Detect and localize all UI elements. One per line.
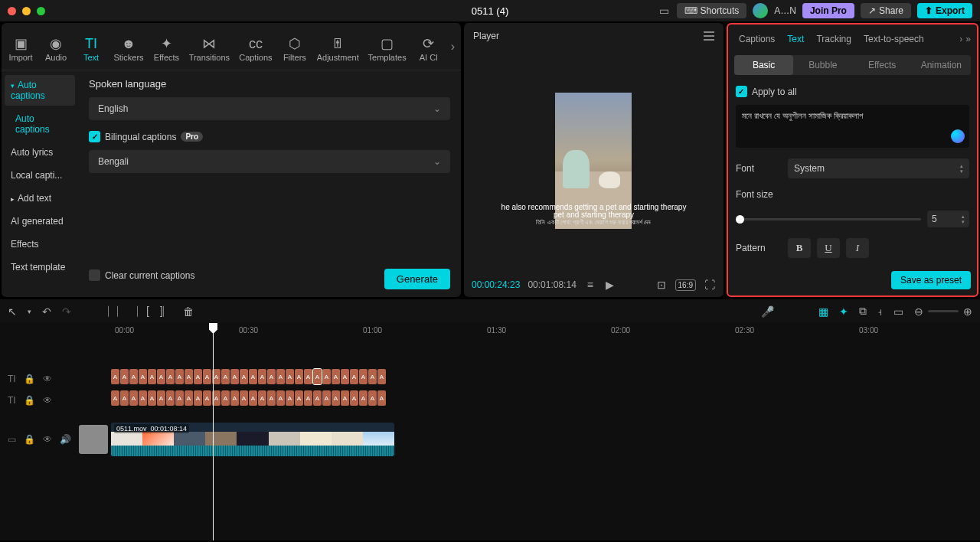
caption-clip[interactable]: A — [359, 369, 368, 384]
mute-icon[interactable]: 🔊 — [60, 434, 71, 445]
caption-clip[interactable]: A — [258, 390, 266, 406]
lock-icon[interactable]: 🔒 — [24, 395, 35, 406]
zoom-slider[interactable] — [928, 310, 959, 312]
caption-clip[interactable]: A — [194, 369, 202, 384]
sidenav-text-template[interactable]: Text template — [5, 257, 75, 277]
caption-clip[interactable]: A — [111, 390, 119, 406]
caption-clip[interactable]: A — [359, 390, 368, 406]
zoom-in-icon[interactable]: ⊕ — [963, 305, 972, 318]
caption-clip[interactable]: A — [148, 390, 156, 406]
redo-button[interactable]: ↷ — [62, 305, 71, 318]
tool-effects[interactable]: ✦Effects — [150, 33, 183, 65]
visibility-icon[interactable]: 👁 — [43, 374, 52, 384]
caption-clip[interactable]: A — [120, 369, 129, 384]
caption-clip[interactable]: A — [304, 369, 312, 384]
caption-clip[interactable]: A — [230, 390, 239, 406]
caption-clip[interactable]: A — [304, 390, 312, 406]
caption-clip[interactable]: A — [111, 369, 119, 384]
caption-clip[interactable]: A — [230, 369, 239, 384]
layout-icon[interactable]: ▭ — [658, 5, 671, 17]
export-button[interactable]: ⬆ Export — [917, 3, 972, 18]
caption-clip[interactable]: A — [313, 369, 322, 384]
caption-clip[interactable]: A — [267, 369, 276, 384]
aspect-ratio-button[interactable]: 16:9 — [675, 279, 696, 291]
caption-clip[interactable]: A — [148, 369, 156, 384]
link-icon[interactable]: ⧉ — [859, 305, 867, 318]
caption-clip[interactable]: A — [185, 390, 193, 406]
caption-clip[interactable]: A — [203, 390, 211, 406]
caption-clip[interactable]: A — [175, 390, 184, 406]
bilingual-checkbox[interactable]: ✓ — [89, 131, 100, 142]
clear-captions-checkbox[interactable] — [89, 269, 100, 281]
close-window-icon[interactable] — [8, 7, 16, 15]
join-pro-button[interactable]: Join Pro — [802, 3, 854, 18]
player-viewport[interactable]: he also recommends getting a pet and sta… — [464, 49, 724, 273]
caption-clip[interactable]: A — [377, 390, 386, 406]
caption-clip[interactable]: A — [129, 390, 138, 406]
magnet-main-icon[interactable]: ▦ — [818, 305, 828, 318]
caption-clip[interactable]: A — [341, 369, 349, 384]
visibility-icon[interactable]: 👁 — [43, 395, 52, 406]
caption-clip[interactable]: A — [377, 369, 386, 384]
delete-icon[interactable]: 🗑 — [183, 305, 194, 318]
sidenav-auto-captions[interactable]: Auto captions — [5, 109, 75, 139]
caption-clip[interactable]: A — [286, 369, 294, 384]
tab-tts[interactable]: Text-to-speech — [859, 31, 929, 47]
split-icon[interactable]: ⎸⎸ — [108, 305, 126, 318]
caption-text-input[interactable]: মনে রাখবেন যে অনুশীলন সামাজিক ক্রিয়াকলা… — [736, 105, 969, 148]
minimize-window-icon[interactable] — [22, 7, 31, 15]
subtab-bubble[interactable]: Bubble — [793, 55, 852, 75]
italic-button[interactable]: I — [846, 238, 869, 258]
caption-clip[interactable]: A — [139, 390, 147, 406]
caption-clip[interactable]: A — [322, 369, 331, 384]
sidenav-effects[interactable]: Effects — [5, 234, 75, 254]
caption-clip[interactable]: A — [368, 369, 377, 384]
caption-clip[interactable]: A — [332, 369, 340, 384]
bold-button[interactable]: B — [788, 238, 811, 258]
bilingual-language-dropdown[interactable]: Bengali ⌄ — [89, 150, 450, 173]
caption-clip[interactable]: A — [221, 369, 230, 384]
caption-clip[interactable]: A — [120, 390, 129, 406]
caption-clip[interactable]: A — [368, 390, 377, 406]
subtab-basic[interactable]: Basic — [734, 55, 793, 75]
tabs-scroll-right-icon[interactable]: ›» — [959, 34, 971, 44]
font-select[interactable]: System ▴▾ — [788, 158, 969, 178]
sidenav-add-text[interactable]: Add text — [5, 188, 75, 208]
subtab-effects[interactable]: Effects — [852, 55, 911, 75]
caption-clip[interactable]: A — [221, 390, 230, 406]
lock-icon[interactable]: 🔒 — [24, 434, 35, 445]
tab-tracking[interactable]: Tracking — [812, 31, 856, 47]
caption-clip[interactable]: A — [295, 390, 303, 406]
zoom-out-icon[interactable]: ⊖ — [914, 305, 923, 318]
video-track[interactable]: ▭ 🔒 👁 🔊 0511.mov 00:01:08:14 — [0, 423, 980, 456]
slider-thumb[interactable] — [736, 215, 744, 224]
caption-clip[interactable]: A — [175, 369, 184, 384]
shortcuts-button[interactable]: ⌨ Shortcuts — [677, 3, 747, 18]
subtab-animation[interactable]: Animation — [912, 55, 971, 75]
tool-transitions[interactable]: ⋈Transitions — [186, 33, 233, 65]
share-button[interactable]: ↗ Share — [861, 3, 911, 18]
crop-icon[interactable]: ⊡ — [655, 279, 668, 291]
fontsize-slider[interactable] — [736, 218, 921, 220]
tool-filters[interactable]: ⬡Filters — [279, 33, 311, 65]
avatar[interactable] — [753, 3, 768, 18]
caption-clip[interactable]: A — [350, 390, 358, 406]
caption-clip[interactable]: A — [267, 390, 276, 406]
pointer-dropdown-icon[interactable]: ▾ — [28, 308, 31, 315]
caption-clip[interactable]: A — [249, 369, 257, 384]
view-list-icon[interactable]: ≡ — [584, 279, 596, 291]
caption-clip[interactable]: A — [129, 369, 138, 384]
caption-clip[interactable]: A — [276, 390, 285, 406]
fullscreen-icon[interactable]: ⛶ — [704, 279, 716, 291]
tool-audio[interactable]: ◉Audio — [40, 33, 72, 65]
sidenav-auto-lyrics[interactable]: Auto lyrics — [5, 142, 75, 162]
lock-icon[interactable]: 🔒 — [24, 374, 35, 384]
caption-clip[interactable]: A — [157, 390, 165, 406]
tool-ai[interactable]: ⟳AI Cl — [413, 33, 445, 65]
maximize-window-icon[interactable] — [37, 7, 45, 15]
caption-clip[interactable]: A — [249, 390, 257, 406]
apply-all-checkbox[interactable]: ✓ — [736, 86, 747, 97]
visibility-icon[interactable]: 👁 — [43, 434, 52, 445]
caption-clip[interactable]: A — [203, 369, 211, 384]
caption-clip[interactable]: A — [240, 390, 248, 406]
